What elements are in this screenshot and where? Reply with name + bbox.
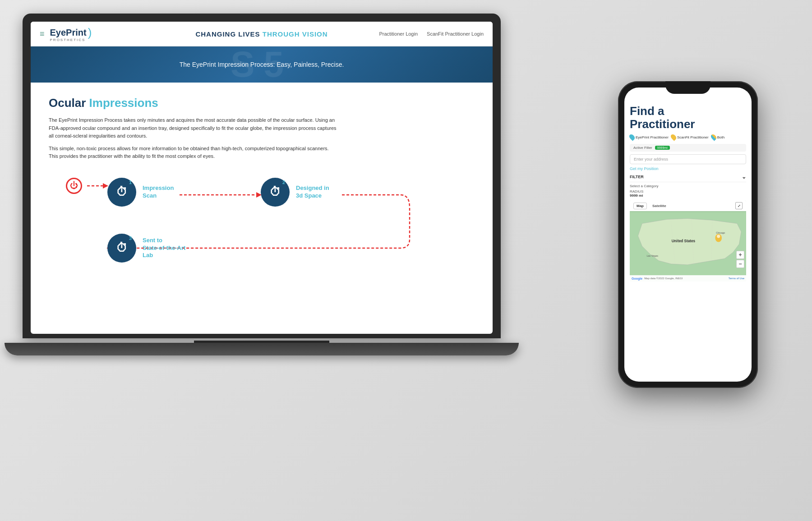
nav-center: CHANGING LIVES THROUGH VISION [195,30,328,38]
step-label-3: Sent to State-of-the-Art Lab [143,237,185,260]
map-zoom-in-button[interactable]: + [736,251,744,259]
legend-dot-yellow [669,134,677,141]
filter-bar: Active Filter 9999mi [630,144,746,152]
svg-point-12 [717,235,720,238]
scene: ≡ EyePrint ) PROSTHETICS CHANGING LIVES [0,0,812,521]
step-icon-1: ⏱ [116,185,128,199]
phone-content: Find a Practitioner EyePrint Practitione… [624,88,752,382]
step-label-2: Designed in 3d Space [296,184,329,200]
phone-body: Find a Practitioner EyePrint Practitione… [618,81,758,388]
section-para2: This simple, non-toxic process allows fo… [49,145,337,161]
laptop: ≡ EyePrint ) PROSTHETICS CHANGING LIVES [23,14,510,487]
legend-both: Both [711,134,724,140]
nav-logo: EyePrint ) PROSTHETICS [50,26,92,42]
hero-caption: The EyePrint Impression Process: Easy, P… [180,61,344,68]
logo-wave-icon: ) [88,26,92,40]
active-filter-badge: 9999mi [655,146,670,150]
legend-both-label: Both [717,135,724,139]
map-footer: Google Map data ©2022 Google, INEGI Term… [630,275,746,281]
laptop-body: ≡ EyePrint ) PROSTHETICS CHANGING LIVES [23,14,501,338]
nav-scanfit-login[interactable]: ScanFit Practitioner Login [427,31,484,37]
step-circle-3: 3 ⏱ [107,234,136,263]
map-tab-satellite[interactable]: Satellite [650,203,669,209]
step-icon-2: ⏱ [269,185,281,199]
hamburger-icon[interactable]: ≡ [40,29,45,39]
phone-map: Map Satellite ⤢ [630,200,746,281]
legend-scanfit-label: ScanFit Practitioner [677,135,709,139]
legend-dot-teal [628,134,636,141]
site-content: Ocular Impressions The EyePrint Impressi… [31,83,493,284]
map-zoom-out-button[interactable]: − [736,260,744,268]
flow-step-2: 2 ⏱ Designed in 3d Space [261,178,329,207]
legend-eyeprint-label: EyePrint Practitioner [636,135,669,139]
process-flow: ⏻ [49,171,475,271]
legend-scanfit: ScanFit Practitioner [671,134,709,140]
radius-section: RADIUS 9999 mi [630,189,746,198]
phone-legend: EyePrint Practitioner ScanFit Practition… [630,134,746,140]
get-position-link[interactable]: Get my Position [630,166,746,171]
google-logo: Google [632,277,642,280]
nav-practitioner-login[interactable]: Practitioner Login [379,31,418,37]
section-para1: The EyePrint Impression Process takes on… [49,116,337,140]
select-category[interactable]: Select a Category [630,184,746,188]
step-circle-1: 1 ⏱ [107,178,136,207]
legend-dot-both [710,134,717,141]
site-hero: S5 The EyePrint Impression Process: Easy… [31,46,493,83]
map-controls: + − [736,251,744,268]
map-tab-map[interactable]: Map [633,203,647,209]
map-data-credit: Map data ©2022 Google, INEGI [644,277,683,280]
step-num-2: 2 [282,180,285,185]
nav-tagline-changing: CHANGING LIVES [195,30,260,38]
nav-right: Practitioner Login ScanFit Practitioner … [379,31,484,37]
svg-text:United States: United States [672,239,696,243]
logo-eyeprint: EyePrint [50,28,87,38]
phone: Find a Practitioner EyePrint Practitione… [618,81,758,388]
phone-notch [665,81,710,94]
legend-eyeprint: EyePrint Practitioner [630,134,669,140]
logo-prosthetics: PROSTHETICS [50,38,92,42]
site-nav: ≡ EyePrint ) PROSTHETICS CHANGING LIVES [31,22,493,46]
svg-text:Las Vegas: Las Vegas [647,254,659,257]
svg-text:Chicago: Chicago [716,232,725,235]
map-visual: United States Las Vegas Chicago [630,211,746,276]
step-icon-3: ⏱ [116,241,128,255]
filter-label: FILTER [630,175,644,179]
step-num-3: 3 [129,235,132,241]
nav-tagline-through: THROUGH VISION [263,30,328,38]
flow-step-1: 1 ⏱ Impression Scan [107,178,174,207]
step-num-1: 1 [129,180,132,185]
filter-section: FILTER ⌄ [630,174,746,182]
active-filter-text: Active Filter [633,146,652,150]
section-title: Ocular Impressions [49,96,475,110]
step-circle-2: 2 ⏱ [261,178,290,207]
map-expand-button[interactable]: ⤢ [735,202,743,209]
laptop-screen: ≡ EyePrint ) PROSTHETICS CHANGING LIVES [31,22,493,334]
filter-chevron-icon[interactable]: ⌄ [742,174,746,180]
map-toolbar: Map Satellite ⤢ [630,200,746,211]
laptop-base: MacBook Air [5,343,519,355]
step-label-1: Impression Scan [143,184,174,200]
radius-value: 9999 mi [630,194,643,198]
phone-screen: Find a Practitioner EyePrint Practitione… [624,88,752,382]
flow-step-3: 3 ⏱ Sent to State-of-the-Art Lab [107,234,185,263]
radius-label: RADIUS [630,189,643,194]
terms-of-use-link[interactable]: Terms of Use [729,277,744,280]
address-input[interactable]: Enter your address [630,154,746,164]
phone-title: Find a Practitioner [630,105,746,130]
